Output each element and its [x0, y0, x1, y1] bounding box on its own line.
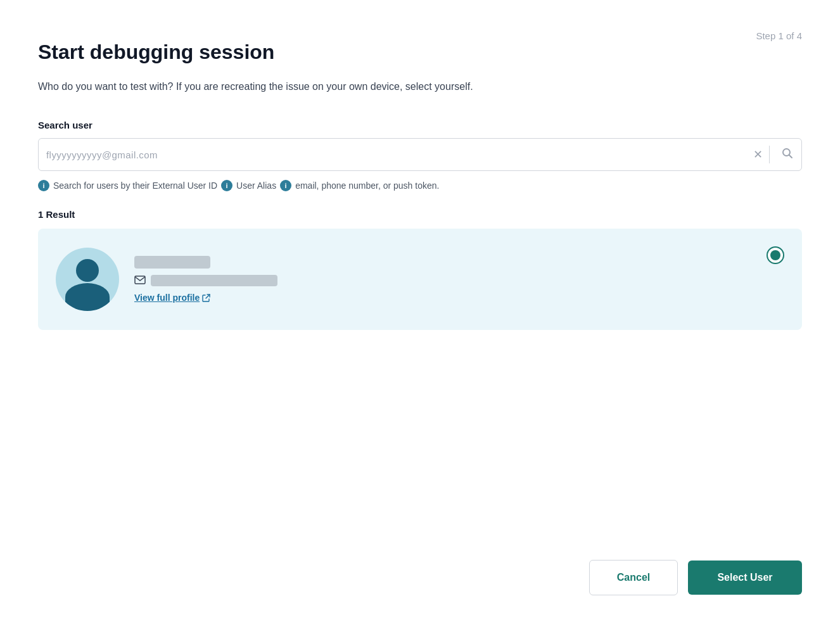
info-icon-2: i [221, 180, 232, 191]
svg-line-1 [789, 155, 792, 157]
user-email-blurred [151, 275, 277, 286]
search-box: ✕ [38, 138, 802, 171]
hint-text-3: email, phone number, or push token. [295, 180, 439, 191]
external-link-icon [202, 294, 210, 302]
results-label: 1 Result [38, 209, 802, 220]
hint-text-2: User Alias [236, 180, 276, 191]
avatar [56, 248, 119, 311]
avatar-shoulders [65, 283, 110, 311]
page-title: Start debugging session [38, 41, 802, 64]
user-name-blurred [134, 256, 210, 269]
svg-rect-2 [135, 276, 145, 284]
hint-text-1: Search for users by their External User … [53, 180, 217, 191]
radio-selected[interactable] [767, 246, 784, 264]
view-profile-link[interactable]: View full profile [134, 293, 784, 303]
search-input[interactable] [46, 149, 748, 160]
avatar-head [76, 259, 99, 282]
svg-line-3 [206, 294, 210, 298]
search-icon[interactable] [781, 147, 794, 163]
search-label: Search user [38, 120, 802, 130]
cancel-button[interactable]: Cancel [589, 560, 678, 595]
info-icon-3: i [280, 180, 291, 191]
result-card[interactable]: View full profile [38, 229, 802, 330]
user-info: View full profile [134, 256, 784, 303]
step-indicator: Step 1 of 4 [756, 30, 802, 41]
page-container: Step 1 of 4 Start debugging session Who … [0, 0, 840, 627]
search-divider [769, 146, 770, 163]
email-icon [134, 276, 146, 286]
hint-row: i Search for users by their External Use… [38, 180, 802, 191]
subtitle: Who do you want to test with? If you are… [38, 79, 802, 94]
clear-icon[interactable]: ✕ [753, 148, 763, 162]
footer-buttons: Cancel Select User [589, 560, 802, 595]
select-user-button[interactable]: Select User [688, 560, 802, 595]
view-profile-label: View full profile [134, 293, 200, 303]
user-email-row [134, 275, 784, 286]
step-label: Step 1 of 4 [756, 30, 802, 41]
radio-inner [770, 250, 780, 260]
info-icon-1: i [38, 180, 49, 191]
